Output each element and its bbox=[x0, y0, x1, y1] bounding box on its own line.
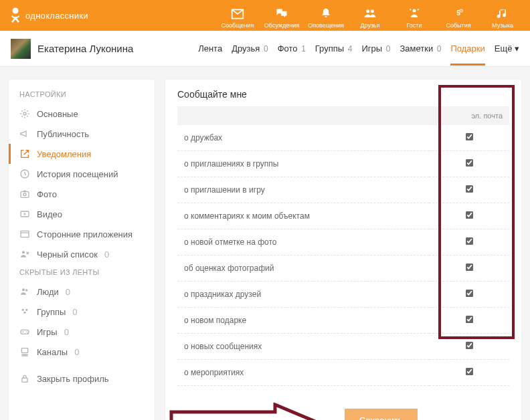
sidebar-item-count: 0 bbox=[66, 287, 70, 297]
email-checkbox[interactable] bbox=[465, 211, 472, 219]
tab-заметки[interactable]: Заметки 0 bbox=[400, 41, 441, 56]
sidebar-item-games[interactable]: Игры 0 bbox=[9, 322, 155, 342]
sidebar-item-label: Черный список bbox=[37, 249, 98, 259]
tab-label: Заметки bbox=[400, 43, 433, 54]
sidebar-item-blacklist[interactable]: Черный список 0 bbox=[9, 244, 155, 264]
table-row: о приглашении в игру bbox=[177, 177, 509, 203]
column-email: эл. почта bbox=[429, 106, 509, 125]
topnav-item-messages[interactable]: Сообщения bbox=[215, 0, 260, 31]
sidebar-item-count: 0 bbox=[64, 327, 69, 337]
tab-лента[interactable]: Лента bbox=[198, 41, 222, 56]
tab-друзья[interactable]: Друзья 0 bbox=[232, 41, 268, 56]
ok-logo-icon bbox=[9, 6, 21, 25]
topnav-item-label: Обсуждения bbox=[264, 22, 299, 29]
friends-icon bbox=[363, 7, 377, 21]
topnav-item-music[interactable]: Музыка bbox=[480, 0, 525, 31]
tab-группы[interactable]: Группы 4 bbox=[315, 41, 353, 56]
mail-icon bbox=[230, 7, 245, 21]
horn-icon bbox=[19, 128, 30, 139]
sidebar-item-share[interactable]: Уведомления bbox=[9, 144, 155, 164]
topnav-item-label: Оповещения bbox=[308, 22, 344, 29]
sidebar-item-horn[interactable]: Публичность bbox=[9, 124, 155, 144]
sidebar-item-label: Основные bbox=[37, 109, 78, 119]
sidebar-item-label: Группы bbox=[37, 307, 66, 317]
topnav-item-guests[interactable]: Гости bbox=[392, 0, 436, 31]
sidebar-item-people[interactable]: Люди 0 bbox=[9, 282, 155, 302]
topnav-item-label: Музыка bbox=[492, 22, 513, 29]
row-label: о приглашении в игру bbox=[177, 177, 429, 203]
row-label: об оценках фотографий bbox=[177, 255, 429, 282]
row-label: о новом подарке bbox=[177, 308, 429, 334]
panel-title: Сообщайте мне bbox=[177, 89, 509, 100]
sidebar-item-label: Сторонние приложения bbox=[37, 229, 132, 239]
tab-label: Фото bbox=[278, 43, 298, 54]
sidebar-item-count: 0 bbox=[74, 347, 79, 357]
table-row: об оценках фотографий bbox=[177, 255, 509, 282]
tab-подарки[interactable]: Подарки bbox=[450, 41, 484, 56]
tab-label: Группы bbox=[315, 43, 344, 54]
channels-icon bbox=[19, 346, 30, 357]
avatar[interactable] bbox=[11, 39, 31, 59]
save-button[interactable]: Сохранить bbox=[345, 409, 418, 420]
sidebar-item-label: Игры bbox=[37, 327, 58, 337]
brand[interactable]: одноклассники bbox=[9, 6, 88, 25]
window-icon bbox=[19, 229, 30, 239]
svg-point-22 bbox=[13, 8, 19, 14]
sidebar-item-label: Фото bbox=[37, 189, 57, 199]
profile-tabs: ЛентаДрузья 0Фото 1Группы 4Игры 0Заметки… bbox=[198, 41, 519, 56]
email-checkbox[interactable] bbox=[465, 342, 472, 349]
sidebar-item-window[interactable]: Сторонние приложения bbox=[9, 224, 155, 244]
games-icon bbox=[19, 326, 30, 337]
email-checkbox[interactable] bbox=[465, 133, 472, 140]
tab-label: Подарки bbox=[450, 43, 484, 54]
guests-icon bbox=[407, 7, 422, 21]
camera-icon bbox=[19, 189, 30, 199]
email-checkbox[interactable] bbox=[465, 185, 472, 193]
sidebar-item-label: Закрыть профиль bbox=[37, 374, 109, 384]
sidebar-item-gear[interactable]: Основные bbox=[9, 104, 155, 124]
sidebar-item-label: Публичность bbox=[37, 129, 89, 139]
tab-ещё[interactable]: Ещё ▾ bbox=[495, 41, 519, 56]
table-row: о новом подарке bbox=[177, 308, 509, 334]
topnav-item-discuss[interactable]: Обсуждения bbox=[260, 0, 304, 31]
sidebar-item-channels[interactable]: Каналы 0 bbox=[9, 342, 155, 362]
topnav-item-friends[interactable]: Друзья bbox=[348, 0, 392, 31]
email-checkbox[interactable] bbox=[465, 237, 472, 245]
bell-icon bbox=[319, 7, 333, 21]
row-label: о праздниках друзей bbox=[177, 282, 429, 308]
email-checkbox[interactable] bbox=[465, 316, 472, 323]
content-area: Сообщайте мне эл. почта о дружбахо пригл… bbox=[165, 79, 522, 420]
sidebar-heading-settings: НАСТРОЙКИ bbox=[9, 86, 155, 104]
groups-icon bbox=[19, 306, 30, 317]
brand-name: одноклассники bbox=[25, 11, 88, 21]
share-icon bbox=[19, 148, 30, 159]
topnav-item-notify[interactable]: Оповещения bbox=[304, 0, 348, 31]
sidebar-item-video[interactable]: Видео bbox=[9, 204, 155, 224]
tab-label: Лента bbox=[198, 43, 222, 54]
topnav-item-label: Сообщения bbox=[222, 22, 254, 29]
tab-игры[interactable]: Игры 0 bbox=[361, 41, 390, 56]
people-icon bbox=[19, 286, 30, 297]
topnav-item-label: Гости bbox=[407, 22, 422, 29]
sidebar-item-clock[interactable]: История посещений bbox=[9, 164, 155, 184]
user-name[interactable]: Екатерина Луконина bbox=[37, 43, 133, 54]
table-row: о приглашениях в группы bbox=[177, 151, 509, 177]
row-label: о новой отметке на фото bbox=[177, 229, 429, 255]
email-checkbox[interactable] bbox=[465, 368, 472, 375]
sidebar-item-groups[interactable]: Группы 0 bbox=[9, 302, 155, 322]
topnav-item-events[interactable]: События bbox=[436, 0, 480, 31]
sidebar-item-count: 0 bbox=[104, 249, 109, 259]
tab-label: Ещё ▾ bbox=[495, 43, 519, 54]
blacklist-icon bbox=[19, 249, 30, 259]
sidebar-item-close-profile[interactable]: Закрыть профиль bbox=[9, 369, 155, 389]
email-checkbox[interactable] bbox=[465, 264, 472, 271]
settings-sidebar: НАСТРОЙКИ ОсновныеПубличностьУведомления… bbox=[8, 79, 155, 420]
profile-header: Екатерина Луконина ЛентаДрузья 0Фото 1Гр… bbox=[0, 31, 530, 67]
email-checkbox[interactable] bbox=[465, 159, 472, 167]
tab-фото[interactable]: Фото 1 bbox=[278, 41, 306, 56]
sidebar-item-camera[interactable]: Фото bbox=[9, 184, 155, 204]
email-checkbox[interactable] bbox=[465, 290, 472, 297]
annotation-arrow-icon bbox=[168, 403, 319, 420]
sidebar-item-label: Уведомления bbox=[37, 149, 91, 159]
tab-count: 1 bbox=[301, 44, 306, 54]
